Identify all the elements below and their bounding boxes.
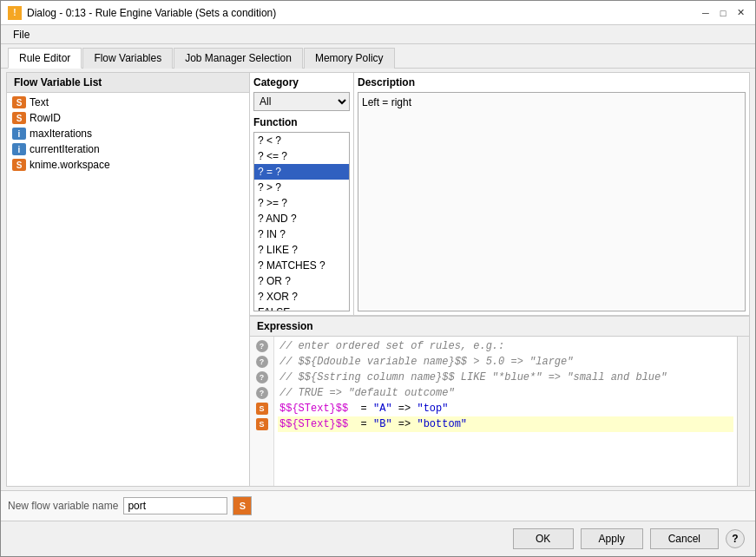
variable-name: maxIterations bbox=[30, 128, 92, 140]
integer-type-icon: i bbox=[12, 128, 26, 140]
window-title: Dialog - 0:13 - Rule Engine Variable (Se… bbox=[27, 7, 276, 19]
comment-text: // TRUE => "default outcome" bbox=[279, 387, 455, 399]
line-num-1: ? bbox=[250, 338, 273, 354]
apply-button[interactable]: Apply bbox=[581, 528, 643, 549]
function-item[interactable]: ? AND ? bbox=[254, 211, 349, 226]
description-content: Left = right bbox=[358, 92, 746, 311]
category-select[interactable]: All Comparison Logical Pattern Boolean bbox=[253, 92, 350, 111]
list-item[interactable]: S RowID bbox=[7, 110, 249, 126]
expression-textarea[interactable]: // enter ordered set of rules, e.g.: // … bbox=[274, 337, 737, 486]
maximize-button[interactable]: □ bbox=[715, 5, 731, 21]
new-var-label: New flow variable name bbox=[8, 500, 118, 512]
line-num-2: ? bbox=[250, 354, 273, 370]
list-item[interactable]: S Text bbox=[7, 95, 249, 110]
main-content: Flow Variable List S Text S RowID i maxI… bbox=[6, 72, 750, 487]
footer: OK Apply Cancel ? bbox=[1, 521, 755, 556]
cancel-button[interactable]: Cancel bbox=[650, 528, 719, 549]
function-item[interactable]: ? OR ? bbox=[254, 273, 349, 289]
expression-section: Expression ? ? ? ? bbox=[250, 316, 749, 486]
function-item[interactable]: FALSE bbox=[254, 305, 349, 311]
tabs: Rule Editor Flow Variables Job Manager S… bbox=[1, 44, 755, 69]
function-item[interactable]: ? IN ? bbox=[254, 226, 349, 242]
comment-text: // $${Ddouble variable name}$$ > 5.0 => … bbox=[279, 356, 573, 368]
line-num-5: S bbox=[250, 401, 273, 416]
comment-text: // $${Sstring column name}$$ LIKE "*blue… bbox=[279, 371, 667, 383]
question-icon: ? bbox=[256, 356, 268, 368]
function-item-selected[interactable]: ? = ? bbox=[254, 164, 349, 180]
expr-line-6: $${SText}$$ = "B" => "bottom" bbox=[278, 416, 733, 432]
warning-icon: ! bbox=[8, 6, 22, 20]
expression-content[interactable]: ? ? ? ? S bbox=[250, 337, 749, 486]
expr-line-4: // TRUE => "default outcome" bbox=[278, 385, 733, 401]
question-icon: ? bbox=[256, 371, 268, 383]
close-button[interactable]: ✕ bbox=[733, 5, 748, 21]
var-text: $${SText}$$ bbox=[279, 403, 348, 415]
variable-name: Text bbox=[30, 96, 49, 108]
expr-line-5: $${SText}$$ = "A" => "top" bbox=[278, 401, 733, 416]
list-item[interactable]: i maxIterations bbox=[7, 126, 249, 141]
function-list: ? < ? ? <= ? ? = ? ? > ? ? >= ? ? AND ? … bbox=[253, 132, 350, 311]
help-button[interactable]: ? bbox=[726, 529, 745, 548]
bottom-bar: New flow variable name S bbox=[1, 490, 755, 521]
variable-name: currentIteration bbox=[30, 143, 100, 155]
variable-name: RowID bbox=[30, 112, 61, 124]
left-panel: Flow Variable List S Text S RowID i maxI… bbox=[7, 73, 250, 486]
function-item[interactable]: ? > ? bbox=[254, 180, 349, 195]
ok-button[interactable]: OK bbox=[513, 528, 574, 549]
minimize-button[interactable]: ─ bbox=[698, 5, 713, 21]
question-icon: ? bbox=[256, 340, 268, 352]
tab-job-manager[interactable]: Job Manager Selection bbox=[174, 48, 303, 69]
main-window: ! Dialog - 0:13 - Rule Engine Variable (… bbox=[0, 0, 756, 557]
category-label: Category bbox=[253, 76, 350, 88]
right-top: Category All Comparison Logical Pattern … bbox=[250, 73, 749, 316]
string-type-icon: S bbox=[256, 418, 268, 430]
string-type-icon: S bbox=[12, 96, 26, 108]
window-controls: ─ □ ✕ bbox=[698, 5, 748, 21]
string-type-icon: S bbox=[12, 112, 26, 124]
title-bar: ! Dialog - 0:13 - Rule Engine Variable (… bbox=[1, 1, 755, 25]
function-item[interactable]: ? XOR ? bbox=[254, 289, 349, 305]
var-text: $${SText}$$ bbox=[279, 418, 348, 430]
function-item[interactable]: ? LIKE ? bbox=[254, 242, 349, 258]
variable-list: S Text S RowID i maxIterations i current… bbox=[7, 93, 249, 486]
comment-text: // enter ordered set of rules, e.g.: bbox=[279, 340, 504, 352]
menu-file[interactable]: File bbox=[6, 27, 36, 43]
description-label: Description bbox=[358, 76, 746, 88]
menu-bar: File bbox=[1, 25, 755, 44]
function-label: Function bbox=[253, 116, 350, 128]
expr-line-3: // $${Sstring column name}$$ LIKE "*blue… bbox=[278, 370, 733, 385]
list-item[interactable]: S knime.workspace bbox=[7, 157, 249, 173]
description-section: Description Left = right bbox=[354, 73, 749, 315]
title-bar-left: ! Dialog - 0:13 - Rule Engine Variable (… bbox=[8, 6, 276, 20]
variable-name: knime.workspace bbox=[30, 159, 110, 171]
line-numbers: ? ? ? ? S bbox=[250, 337, 274, 486]
list-item[interactable]: i currentIteration bbox=[7, 141, 249, 157]
tab-flow-variables[interactable]: Flow Variables bbox=[82, 48, 173, 69]
var-type-button[interactable]: S bbox=[233, 496, 252, 515]
expression-header: Expression bbox=[250, 317, 749, 337]
function-item[interactable]: ? MATCHES ? bbox=[254, 258, 349, 273]
integer-type-icon: i bbox=[12, 143, 26, 155]
line-num-6: S bbox=[250, 416, 273, 432]
category-section: Category All Comparison Logical Pattern … bbox=[250, 73, 354, 315]
string-type-icon: S bbox=[256, 403, 268, 415]
tab-memory-policy[interactable]: Memory Policy bbox=[304, 48, 395, 69]
line-num-3: ? bbox=[250, 370, 273, 385]
right-panel: Category All Comparison Logical Pattern … bbox=[250, 73, 749, 486]
question-icon: ? bbox=[256, 387, 268, 399]
tab-rule-editor[interactable]: Rule Editor bbox=[8, 48, 82, 69]
function-item[interactable]: ? < ? bbox=[254, 133, 349, 148]
scrollbar[interactable] bbox=[737, 337, 749, 486]
new-var-input[interactable] bbox=[123, 497, 227, 514]
string-type-icon: S bbox=[12, 159, 26, 171]
expr-line-2: // $${Ddouble variable name}$$ > 5.0 => … bbox=[278, 354, 733, 370]
line-num-4: ? bbox=[250, 385, 273, 401]
flow-variable-list-header: Flow Variable List bbox=[7, 73, 249, 93]
expr-line-1: // enter ordered set of rules, e.g.: bbox=[278, 338, 733, 354]
function-item[interactable]: ? <= ? bbox=[254, 148, 349, 164]
function-item[interactable]: ? >= ? bbox=[254, 195, 349, 211]
